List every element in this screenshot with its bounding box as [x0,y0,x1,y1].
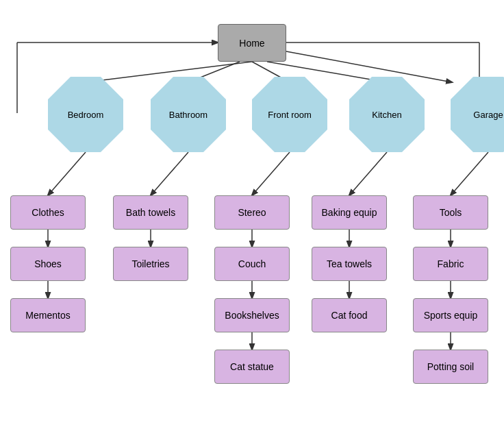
mementos-node: Mementos [10,298,86,332]
bath-towels-label: Bath towels [126,207,175,218]
shoes-label: Shoes [34,258,62,269]
home-node: Home [218,24,286,62]
bathroom-node: Bathroom [151,77,226,152]
mementos-label: Mementos [25,310,70,321]
cat-statue-label: Cat statue [230,361,274,372]
stereo-label: Stereo [238,207,266,218]
sports-equip-node: Sports equip [413,298,488,332]
bathroom-label: Bathroom [164,104,213,125]
bedroom-node: Bedroom [48,77,123,152]
svg-line-7 [151,152,188,195]
tea-towels-label: Tea towels [327,258,372,269]
svg-line-9 [349,152,387,195]
cat-food-node: Cat food [312,298,387,332]
baking-equip-node: Baking equip [312,195,387,230]
home-label: Home [239,38,264,49]
tools-label: Tools [440,207,462,218]
frontroom-node: Front room [252,77,327,152]
potting-soil-node: Potting soil [413,350,488,384]
couch-node: Couch [214,247,290,281]
clothes-node: Clothes [10,195,86,230]
couch-label: Couch [238,258,266,269]
garage-label: Garage [468,104,504,125]
kitchen-node: Kitchen [349,77,425,152]
toiletries-label: Toiletries [131,258,169,269]
fabric-node: Fabric [413,247,488,281]
svg-line-5 [286,51,452,82]
shoes-node: Shoes [10,247,86,281]
kitchen-label: Kitchen [366,104,407,125]
potting-soil-label: Potting soil [427,361,474,372]
fabric-label: Fabric [438,258,464,269]
cat-food-label: Cat food [331,310,368,321]
svg-line-1 [86,62,252,82]
frontroom-label: Front room [262,104,317,125]
tools-node: Tools [413,195,488,230]
bookshelves-label: Bookshelves [225,310,279,321]
bedroom-label: Bedroom [62,104,110,125]
toiletries-node: Toiletries [113,247,188,281]
baking-equip-label: Baking equip [322,207,377,218]
svg-line-10 [451,152,488,195]
bath-towels-node: Bath towels [113,195,188,230]
bookshelves-node: Bookshelves [214,298,290,332]
sports-equip-label: Sports equip [424,310,478,321]
garage-node: Garage [451,77,504,152]
svg-line-6 [48,152,86,195]
cat-statue-node: Cat statue [214,350,290,384]
stereo-node: Stereo [214,195,290,230]
svg-line-8 [252,152,290,195]
tea-towels-node: Tea towels [312,247,387,281]
clothes-label: Clothes [32,207,64,218]
